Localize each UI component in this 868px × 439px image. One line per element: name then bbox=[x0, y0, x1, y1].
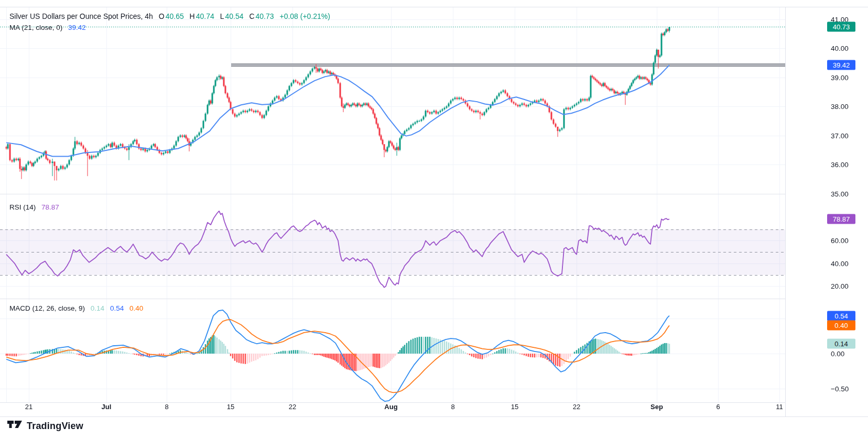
time-tick-label: Aug bbox=[384, 403, 397, 411]
macd-hist-value: 0.14 bbox=[91, 304, 104, 312]
price-tick-label: 39.00 bbox=[831, 73, 849, 81]
time-tick-label: 11 bbox=[776, 403, 783, 411]
macd-badge: 0.54 bbox=[827, 311, 855, 321]
change-value: +0.08 (+0.21%) bbox=[279, 12, 330, 20]
time-tick-label: 21 bbox=[25, 403, 32, 411]
time-tick-label: 15 bbox=[227, 403, 234, 411]
time-tick-label: 15 bbox=[511, 403, 518, 411]
time-tick-label: 6 bbox=[716, 403, 720, 411]
symbol-title: Silver US Dollars per Ounce Spot Prices,… bbox=[9, 12, 153, 20]
chart-canvas[interactable] bbox=[0, 0, 868, 439]
macd-tick-label: 0.00 bbox=[831, 350, 844, 358]
high-label: H bbox=[190, 12, 195, 20]
open-label: O bbox=[159, 12, 165, 20]
ma-badge: 39.42 bbox=[827, 60, 855, 70]
macd-tick-label: −0.50 bbox=[831, 385, 849, 393]
time-tick-label: 8 bbox=[451, 403, 454, 411]
macd-line-value: 0.54 bbox=[110, 304, 124, 312]
rsi-label: RSI (14) bbox=[9, 203, 36, 211]
open-value: 40.65 bbox=[166, 12, 184, 20]
signal-badge: 0.40 bbox=[827, 321, 855, 331]
low-value: 40.54 bbox=[225, 12, 243, 20]
rsi-tick-label: 20.00 bbox=[831, 282, 849, 290]
tradingview-chart: Silver US Dollars per Ounce Spot Prices,… bbox=[0, 0, 868, 439]
rsi-value: 78.87 bbox=[41, 203, 59, 211]
tradingview-attribution-link[interactable]: TradingView bbox=[7, 421, 83, 432]
low-label: L bbox=[220, 12, 224, 20]
macd-label: MACD (12, 26, close, 9) bbox=[9, 304, 85, 312]
macd-legend: MACD (12, 26, close, 9) 0.14 0.54 0.40 bbox=[9, 304, 144, 312]
rsi-badge: 78.87 bbox=[827, 214, 855, 224]
price-tick-label: 38.00 bbox=[831, 103, 849, 111]
tradingview-logo-text: TradingView bbox=[27, 421, 83, 432]
ma-value: 39.42 bbox=[68, 24, 86, 31]
time-tick-label: 8 bbox=[165, 403, 168, 411]
time-tick-label: 22 bbox=[573, 403, 580, 411]
price-tick-label: 40.00 bbox=[831, 45, 849, 52]
tradingview-logo-icon bbox=[7, 421, 23, 432]
time-tick-label: Sep bbox=[650, 403, 663, 411]
close-value: 40.73 bbox=[256, 12, 274, 20]
rsi-tick-label: 60.00 bbox=[831, 237, 849, 245]
time-tick-label: 22 bbox=[289, 403, 296, 411]
rsi-legend: RSI (14) 78.87 bbox=[9, 203, 60, 211]
symbol-legend: Silver US Dollars per Ounce Spot Prices,… bbox=[9, 12, 331, 20]
ma-label: MA (21, close, 0) bbox=[9, 24, 62, 31]
price-tick-label: 37.00 bbox=[831, 131, 849, 139]
time-tick-label: Jul bbox=[102, 403, 112, 411]
price-tick-label: 36.00 bbox=[831, 161, 849, 169]
rsi-tick-label: 40.00 bbox=[831, 259, 849, 267]
hist-badge: 0.14 bbox=[827, 339, 855, 349]
macd-signal-value: 0.40 bbox=[129, 304, 143, 312]
ma-legend: MA (21, close, 0) 39.42 bbox=[9, 24, 87, 31]
close-label: C bbox=[249, 12, 254, 20]
last-price-badge: 40.73 bbox=[827, 22, 855, 32]
high-value: 40.74 bbox=[196, 12, 214, 20]
price-tick-label: 35.00 bbox=[831, 190, 849, 197]
